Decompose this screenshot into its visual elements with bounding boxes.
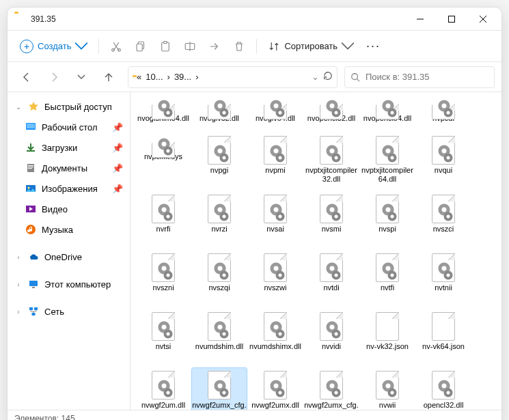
- sidebar-label: Этот компьютер: [44, 279, 111, 290]
- file-item[interactable]: nvogisnim64.dll: [136, 95, 191, 132]
- file-name: nvsai: [266, 225, 284, 234]
- file-icon: [373, 312, 402, 341]
- sort-label: Сортировать: [284, 41, 338, 51]
- file-item[interactable]: nvwgf2umx_cfg.dll: [192, 368, 247, 410]
- dropdown-icon[interactable]: ⌄: [312, 72, 319, 82]
- recent-button[interactable]: [69, 66, 94, 88]
- file-item[interactable]: nvpcdi: [416, 95, 471, 132]
- file-icon: [429, 253, 458, 282]
- breadcrumb-seg[interactable]: 10...: [146, 72, 163, 82]
- file-item[interactable]: nvszqi: [192, 251, 247, 308]
- svg-rect-10: [27, 124, 35, 128]
- svg-rect-0: [449, 16, 455, 22]
- file-item[interactable]: nvopencl32.dll: [304, 95, 359, 132]
- sidebar-item-onedrive[interactable]: › OneDrive: [10, 247, 127, 267]
- search-input[interactable]: [364, 71, 489, 83]
- file-item[interactable]: nvqui: [416, 133, 471, 191]
- file-icon: [373, 195, 402, 223]
- file-item[interactable]: nvptxjitcompiler64.dll: [360, 133, 415, 191]
- file-item[interactable]: nvsai: [248, 192, 303, 249]
- file-item[interactable]: nvumdshimx.dll: [248, 309, 303, 367]
- new-label: Создать: [38, 41, 71, 51]
- file-name: nvpgi: [210, 166, 228, 175]
- sidebar-item-this-pc[interactable]: › Этот компьютер: [10, 274, 127, 294]
- svg-rect-12: [28, 165, 33, 166]
- file-item[interactable]: nvpmi: [248, 133, 303, 191]
- back-button[interactable]: [14, 66, 39, 88]
- new-button[interactable]: + Создать: [14, 35, 93, 58]
- file-item[interactable]: nvszni: [136, 251, 191, 308]
- sidebar-item-desktop[interactable]: Рабочий стол 📌: [10, 117, 127, 137]
- file-name: nvwgf2umx.dll: [251, 401, 299, 410]
- file-item[interactable]: nvtfi: [360, 251, 415, 308]
- breadcrumb[interactable]: « 10... › 39... › ⌄: [128, 66, 338, 88]
- file-item[interactable]: nv-vk32.json: [360, 309, 415, 367]
- file-icon: [261, 312, 290, 341]
- file-icon: [317, 136, 346, 165]
- file-item[interactable]: nvszwi: [248, 251, 303, 308]
- file-item[interactable]: nvrfi: [136, 192, 191, 249]
- file-item[interactable]: nvszci: [416, 192, 471, 249]
- file-icon: [317, 253, 346, 282]
- rename-button[interactable]: [178, 35, 202, 58]
- delete-button[interactable]: [228, 35, 251, 58]
- file-icon: [261, 195, 290, 223]
- file-name: nvwii: [379, 401, 396, 410]
- file-item[interactable]: nvptxjitcompiler32.dll: [304, 133, 359, 191]
- network-icon: [28, 306, 39, 317]
- file-item[interactable]: nvumdshim.dll: [192, 309, 247, 367]
- file-item[interactable]: nvrzi: [192, 192, 247, 249]
- sidebar-item-documents[interactable]: Документы 📌: [10, 158, 127, 178]
- file-item[interactable]: nvspi: [360, 192, 415, 249]
- minimize-button[interactable]: [404, 8, 436, 30]
- files-pane[interactable]: nvogisnim64.dll nvogiv32.dll nvogivo4.dl…: [130, 92, 501, 410]
- file-item[interactable]: nv-vk64.json: [416, 309, 471, 367]
- desktop-icon: [25, 122, 36, 132]
- sidebar-item-video[interactable]: Видео: [10, 199, 127, 219]
- more-button[interactable]: ···: [361, 35, 386, 58]
- sidebar-item-network[interactable]: › Сеть: [10, 301, 127, 322]
- file-item[interactable]: nvvidi: [304, 309, 359, 367]
- refresh-button[interactable]: [323, 71, 333, 83]
- sidebar-item-downloads[interactable]: Загрузки 📌: [10, 137, 127, 158]
- file-name: nv-vk32.json: [366, 342, 409, 351]
- breadcrumb-seg[interactable]: 39...: [174, 72, 191, 82]
- file-item[interactable]: nvtsi: [136, 309, 191, 367]
- address-bar: « 10... › 39... › ⌄: [8, 62, 501, 92]
- file-name: nvumdshim.dll: [195, 342, 243, 351]
- file-item[interactable]: opencl32.dll: [416, 368, 471, 410]
- quick-access[interactable]: ⌄ Быстрый доступ: [10, 96, 127, 117]
- title-bar: 391.35: [8, 8, 501, 31]
- file-item[interactable]: nvogiv32.dll: [192, 95, 247, 132]
- file-name: nvszci: [433, 225, 454, 234]
- file-item[interactable]: nvwgf2umx_cfg.dll: [304, 368, 359, 410]
- cut-button[interactable]: [105, 35, 128, 58]
- paste-button[interactable]: [154, 35, 177, 58]
- sidebar-item-music[interactable]: Музыка: [10, 219, 127, 240]
- maximize-button[interactable]: [436, 8, 467, 30]
- file-item[interactable]: nvopenclo4.dll: [360, 95, 415, 132]
- forward-button[interactable]: [42, 66, 66, 88]
- file-item[interactable]: nvtnii: [416, 251, 471, 308]
- file-item[interactable]: nvwgf2umx.dll: [248, 368, 303, 410]
- copy-button[interactable]: [129, 35, 152, 58]
- sidebar-label: Сеть: [44, 307, 64, 317]
- file-item[interactable]: nvpgi: [192, 133, 247, 191]
- up-button[interactable]: [96, 66, 121, 88]
- file-icon: [317, 312, 346, 341]
- close-button[interactable]: [467, 8, 499, 30]
- file-item[interactable]: nvogivo4.dll: [248, 95, 303, 132]
- navigation-pane[interactable]: ⌄ Быстрый доступ Рабочий стол 📌 Загрузки…: [8, 92, 130, 410]
- file-item[interactable]: nvsmi: [304, 192, 359, 249]
- file-item[interactable]: nvwii: [360, 368, 415, 410]
- file-item[interactable]: nvwgf2um.dll: [136, 368, 191, 410]
- file-item[interactable]: nvpcifilt.sys: [136, 133, 191, 170]
- share-button[interactable]: [203, 35, 226, 58]
- sort-button[interactable]: Сортировать: [262, 35, 359, 58]
- search-box[interactable]: [344, 66, 495, 88]
- file-icon: [317, 371, 346, 400]
- sidebar-item-pictures[interactable]: Изображения 📌: [10, 178, 127, 199]
- sidebar-label: Изображения: [42, 184, 98, 194]
- file-item[interactable]: nvtdi: [304, 251, 359, 308]
- file-icon: [205, 312, 234, 341]
